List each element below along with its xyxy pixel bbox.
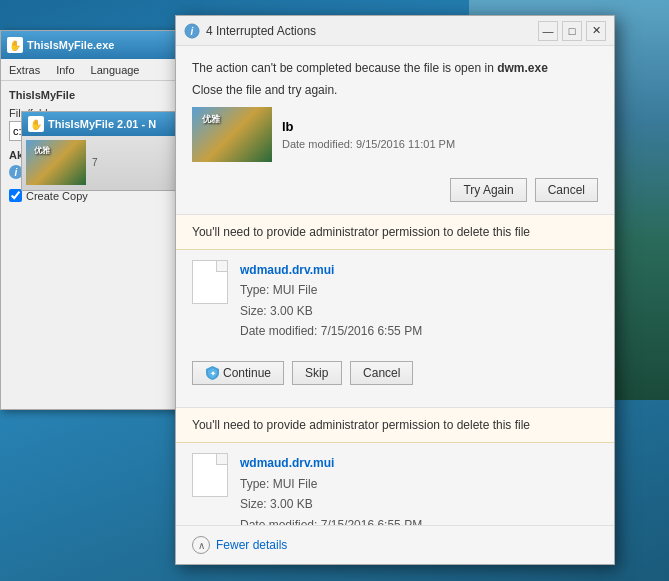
- minimize-button[interactable]: —: [538, 21, 558, 41]
- file-type-3: Type: MUI File: [240, 474, 422, 494]
- file-details-2: wdmaud.drv.mui Type: MUI File Size: 3.00…: [240, 260, 422, 342]
- file-details-3: wdmaud.drv.mui Type: MUI File Size: 3.00…: [240, 453, 422, 525]
- try-again-button[interactable]: Try Again: [450, 178, 526, 202]
- thumb-text: 优雅: [34, 145, 50, 156]
- file-short-name: lb: [282, 119, 455, 134]
- filename-2: wdmaud.drv.mui: [240, 260, 422, 280]
- file-date: Date modified: 9/15/2016 11:01 PM: [282, 138, 455, 150]
- app-menu-bar: Extras Info Language: [1, 59, 189, 81]
- filename-3: wdmaud.drv.mui: [240, 453, 422, 473]
- file-thumbnail: 优雅: [192, 107, 272, 162]
- process-name: dwm.exe: [497, 61, 548, 75]
- dialog-content[interactable]: The action can't be completed because th…: [176, 46, 614, 525]
- app-section-label: ThisIsMyFile: [9, 89, 181, 101]
- perm-body-3: wdmaud.drv.mui Type: MUI File Size: 3.00…: [176, 443, 614, 525]
- perm-notice-2: You'll need to provide administrator per…: [176, 215, 614, 250]
- file-row-3: wdmaud.drv.mui Type: MUI File Size: 3.00…: [192, 453, 598, 525]
- shield-icon-2: ✦: [205, 366, 219, 380]
- app2-icon: ✋: [28, 116, 44, 132]
- dialog-title-icon: i: [184, 23, 200, 39]
- app-window: ✋ ThisIsMyFile.exe ✋ ThisIsMyFile 2.01 -…: [0, 30, 190, 410]
- cancel-button-2[interactable]: Cancel: [350, 361, 413, 385]
- maximize-button[interactable]: □: [562, 21, 582, 41]
- close-instruction: Close the file and try again.: [192, 83, 598, 97]
- app2-thumbnail: 优雅: [26, 140, 86, 185]
- error-message: The action can't be completed because th…: [192, 60, 598, 77]
- app-title-bar: ✋ ThisIsMyFile.exe: [1, 31, 189, 59]
- file-size-2: Size: 3.00 KB: [240, 301, 422, 321]
- menu-language[interactable]: Language: [87, 62, 144, 78]
- file-preview-info: lb Date modified: 9/15/2016 11:01 PM: [282, 119, 455, 150]
- desktop: ✋ ThisIsMyFile.exe ✋ ThisIsMyFile 2.01 -…: [0, 0, 669, 581]
- cancel-button-1[interactable]: Cancel: [535, 178, 598, 202]
- app2-body: 优雅 7: [22, 136, 195, 189]
- chevron-up-icon[interactable]: ∧: [192, 536, 210, 554]
- app-second-window: ✋ ThisIsMyFile 2.01 - N 优雅 7: [21, 111, 196, 191]
- app2-title-text: ThisIsMyFile 2.01 - N: [48, 118, 156, 130]
- menu-extras[interactable]: Extras: [5, 62, 44, 78]
- perm-notice-text-3: You'll need to provide administrator per…: [192, 418, 598, 432]
- fewer-details-row[interactable]: ∧ Fewer details: [176, 525, 614, 564]
- file-icon-3: [192, 453, 228, 497]
- close-button[interactable]: ✕: [586, 21, 606, 41]
- app-icon: ✋: [7, 37, 23, 53]
- skip-button-2[interactable]: Skip: [292, 361, 342, 385]
- file-row-2: wdmaud.drv.mui Type: MUI File Size: 3.00…: [192, 260, 598, 342]
- file-preview-row: 优雅 lb Date modified: 9/15/2016 11:01 PM: [192, 107, 598, 162]
- app-title: ThisIsMyFile.exe: [27, 39, 114, 51]
- dialog-title-bar: i 4 Interrupted Actions — □ ✕: [176, 16, 614, 46]
- continue-button-2[interactable]: ✦ Continue: [192, 361, 284, 385]
- perm-notice-3: You'll need to provide administrator per…: [176, 408, 614, 443]
- section1: The action can't be completed because th…: [176, 46, 614, 162]
- svg-text:✦: ✦: [209, 370, 215, 377]
- svg-text:i: i: [191, 26, 194, 37]
- create-copy-label: Create Copy: [26, 190, 88, 202]
- perm-notice-text-2: You'll need to provide administrator per…: [192, 225, 598, 239]
- app2-info: 7: [92, 157, 98, 168]
- menu-info[interactable]: Info: [52, 62, 78, 78]
- file-size-3: Size: 3.00 KB: [240, 494, 422, 514]
- perm-body-2: wdmaud.drv.mui Type: MUI File Size: 3.00…: [176, 250, 614, 408]
- file-date-2: Date modified: 7/15/2016 6:55 PM: [240, 321, 422, 341]
- file-type-2: Type: MUI File: [240, 280, 422, 300]
- file-icon-2: [192, 260, 228, 304]
- thumb-overlay-text: 优雅: [202, 113, 220, 126]
- interrupted-actions-dialog: i 4 Interrupted Actions — □ ✕ The action…: [175, 15, 615, 565]
- dialog-title-text: 4 Interrupted Actions: [206, 24, 538, 38]
- dialog-controls: — □ ✕: [538, 21, 606, 41]
- app2-title-bar: ✋ ThisIsMyFile 2.01 - N: [22, 112, 195, 136]
- file-date-3: Date modified: 7/15/2016 6:55 PM: [240, 515, 422, 525]
- perm-buttons-2: ✦ Continue Skip Cancel: [192, 353, 598, 397]
- fewer-details-link[interactable]: Fewer details: [216, 538, 287, 552]
- section1-buttons: Try Again Cancel: [176, 170, 614, 214]
